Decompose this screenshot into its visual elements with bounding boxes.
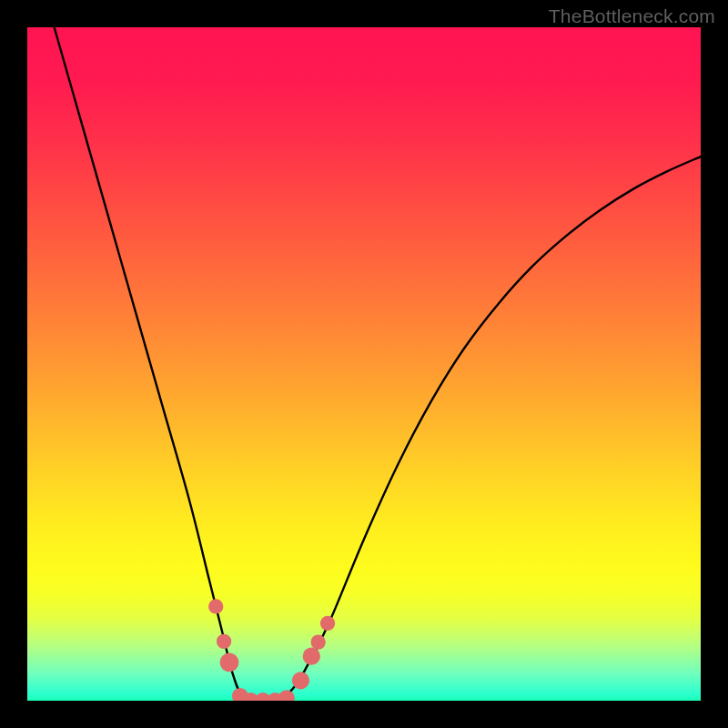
bottleneck-curve (55, 27, 701, 701)
curve-marker (217, 634, 231, 649)
curve-svg (27, 27, 701, 701)
chart-frame: TheBottleneck.com (0, 0, 728, 728)
curve-marker (311, 634, 326, 649)
curve-marker (292, 672, 309, 689)
plot-area (27, 27, 701, 701)
curve-marker (303, 648, 320, 665)
curve-marker (278, 690, 295, 701)
curve-marker (320, 616, 335, 631)
watermark-text: TheBottleneck.com (549, 5, 715, 27)
curve-marker (220, 652, 239, 672)
curve-marker (208, 599, 223, 613)
